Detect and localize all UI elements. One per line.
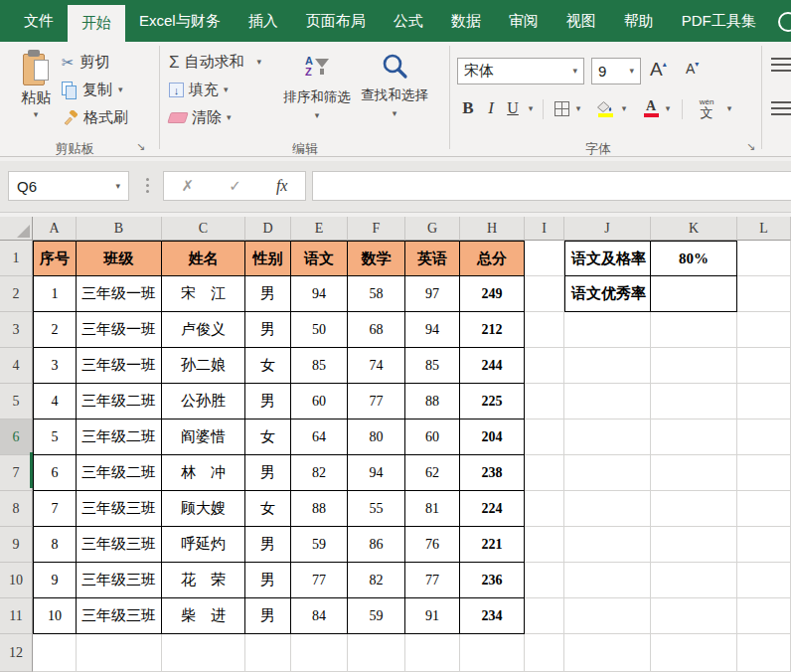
format-painter-button[interactable]: 格式刷	[62, 105, 128, 130]
cell-C12[interactable]	[162, 634, 245, 672]
cell-C6[interactable]: 阎婆惜	[162, 420, 245, 455]
column-header-L[interactable]: L	[737, 217, 791, 241]
font-size-combo[interactable]: 9 ▾	[591, 58, 641, 84]
row-header-8[interactable]: 8	[0, 491, 33, 527]
tab-formulas[interactable]: 公式	[380, 0, 437, 42]
cell-G9[interactable]: 76	[405, 527, 460, 563]
cell-A2[interactable]: 1	[33, 276, 77, 312]
cell-E12[interactable]	[291, 634, 348, 672]
cell-J9[interactable]	[564, 527, 651, 563]
cell-F11[interactable]: 59	[348, 598, 405, 634]
cell-E2[interactable]: 94	[291, 276, 348, 312]
cell-A11[interactable]: 10	[33, 598, 77, 634]
cell-F1[interactable]: 数学	[348, 241, 405, 276]
cell-H4[interactable]: 244	[460, 348, 525, 384]
row-header-10[interactable]: 10	[0, 563, 33, 598]
cell-I12[interactable]	[525, 634, 564, 672]
cell-C5[interactable]: 公孙胜	[162, 384, 245, 420]
cell-C7[interactable]: 林 冲	[162, 455, 245, 491]
cell-A1[interactable]: 序号	[33, 241, 77, 276]
cell-E1[interactable]: 语文	[291, 241, 348, 276]
cell-L11[interactable]	[737, 598, 791, 634]
enter-button[interactable]: ✓	[229, 177, 241, 195]
cell-J10[interactable]	[564, 563, 651, 598]
fill-color-dropdown[interactable]: ▾	[618, 95, 630, 121]
cell-K5[interactable]	[651, 384, 737, 420]
cell-G11[interactable]: 91	[405, 598, 460, 634]
cell-F7[interactable]: 94	[348, 455, 405, 491]
row-header-1[interactable]: 1	[0, 241, 33, 276]
cell-I1[interactable]	[525, 241, 564, 276]
tab-file[interactable]: 文件	[10, 0, 68, 42]
cell-G12[interactable]	[405, 634, 460, 672]
cell-J11[interactable]	[564, 598, 651, 634]
tab-excel-finance[interactable]: Excel与财务	[125, 0, 235, 42]
cell-L10[interactable]	[737, 563, 791, 598]
cell-G2[interactable]: 97	[405, 276, 460, 312]
increase-font-size-button[interactable]: A ▴	[650, 58, 667, 84]
cell-E10[interactable]: 77	[291, 563, 348, 598]
cell-E3[interactable]: 50	[291, 312, 348, 348]
row-header-2[interactable]: 2	[0, 276, 33, 312]
cell-D7[interactable]: 男	[245, 455, 291, 491]
clear-button[interactable]: 清除 ▾	[169, 105, 232, 130]
cell-E9[interactable]: 59	[291, 527, 348, 563]
cell-L3[interactable]	[737, 312, 791, 348]
cell-B5[interactable]: 三年级二班	[77, 384, 162, 420]
borders-button[interactable]	[553, 95, 570, 121]
row-header-4[interactable]: 4	[0, 348, 33, 384]
cell-I11[interactable]	[525, 598, 564, 634]
cell-D3[interactable]: 男	[245, 312, 291, 348]
name-box[interactable]: Q6 ▾	[8, 171, 129, 201]
cut-button[interactable]: ✂ 剪切	[62, 50, 110, 75]
sort-filter-button[interactable]: AZ 排序和筛选 ▾	[278, 48, 356, 139]
column-header-E[interactable]: E	[291, 217, 348, 241]
cell-J6[interactable]	[564, 420, 651, 455]
cell-J3[interactable]	[564, 312, 651, 348]
align-lines-icon[interactable]	[771, 101, 791, 115]
cell-C2[interactable]: 宋 江	[162, 276, 245, 312]
column-header-B[interactable]: B	[77, 217, 162, 241]
cell-D9[interactable]: 男	[245, 527, 291, 563]
cell-A8[interactable]: 7	[33, 491, 77, 527]
tab-insert[interactable]: 插入	[235, 0, 292, 42]
row-header-6[interactable]: 6	[0, 420, 33, 455]
cell-K1[interactable]: 80%	[651, 241, 737, 276]
phonetic-guide-button[interactable]: wén 文	[694, 95, 719, 121]
column-header-D[interactable]: D	[245, 217, 291, 241]
tab-view[interactable]: 视图	[553, 0, 610, 42]
cell-H2[interactable]: 249	[460, 276, 525, 312]
cell-G3[interactable]: 94	[405, 312, 460, 348]
cell-H6[interactable]: 204	[460, 420, 525, 455]
row-header-7[interactable]: 7	[0, 455, 33, 491]
underline-dropdown[interactable]: ▾	[525, 95, 537, 121]
row-header-11[interactable]: 11	[0, 598, 33, 634]
column-header-F[interactable]: F	[348, 217, 405, 241]
cell-D5[interactable]: 男	[245, 384, 291, 420]
cell-I6[interactable]	[525, 420, 564, 455]
cell-L4[interactable]	[737, 348, 791, 384]
tab-data[interactable]: 数据	[437, 0, 495, 42]
cell-K10[interactable]	[651, 563, 737, 598]
row-header-9[interactable]: 9	[0, 527, 33, 563]
font-color-button[interactable]: A	[642, 95, 660, 121]
cell-I7[interactable]	[525, 455, 564, 491]
tab-page-layout[interactable]: 页面布局	[292, 0, 380, 42]
cell-I2[interactable]	[525, 276, 564, 312]
cell-J4[interactable]	[564, 348, 651, 384]
cell-K2[interactable]	[651, 276, 737, 312]
cell-A4[interactable]: 3	[33, 348, 77, 384]
cell-I4[interactable]	[525, 348, 564, 384]
column-header-C[interactable]: C	[162, 217, 245, 241]
cell-J1[interactable]: 语文及格率	[564, 241, 651, 276]
cell-F9[interactable]: 86	[348, 527, 405, 563]
cell-E11[interactable]: 84	[291, 598, 348, 634]
cell-F8[interactable]: 55	[348, 491, 405, 527]
cell-L2[interactable]	[737, 276, 791, 312]
cell-C3[interactable]: 卢俊义	[162, 312, 245, 348]
cell-H10[interactable]: 236	[460, 563, 525, 598]
cell-G6[interactable]: 60	[405, 420, 460, 455]
cell-B11[interactable]: 三年级三班	[77, 598, 162, 634]
cell-I3[interactable]	[525, 312, 564, 348]
cell-J7[interactable]	[564, 455, 651, 491]
